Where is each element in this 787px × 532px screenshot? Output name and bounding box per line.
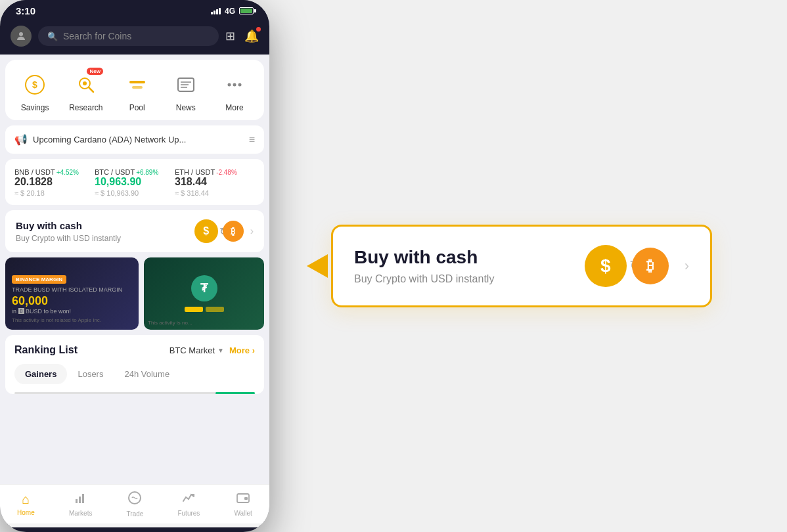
pool-label: Pool bbox=[129, 103, 145, 112]
buy-cash-card[interactable]: Buy with cash Buy Crypto with USD instan… bbox=[5, 210, 264, 252]
list-icon: ≡ bbox=[249, 134, 255, 146]
bnb-change: +4.52% bbox=[56, 169, 79, 176]
research-label: Research bbox=[69, 103, 102, 112]
top-bar-icons: ⊞ 🔔 bbox=[225, 29, 259, 43]
quick-nav-card: $ Savings New Research Pool bbox=[5, 60, 264, 120]
eth-usd: ≈ $ 318.44 bbox=[175, 189, 255, 197]
arrow-connector bbox=[307, 254, 328, 278]
ranking-header: Ranking List BTC Market ▼ More › bbox=[14, 344, 255, 356]
callout-coin-icons: $ ↻ ₿ bbox=[585, 245, 669, 287]
buy-cash-text: Buy with cash Buy Crypto with USD instan… bbox=[16, 220, 188, 243]
more-label: More bbox=[225, 103, 243, 112]
callout-text: Buy with cash Buy Crypto with USD instan… bbox=[354, 247, 569, 285]
bell-icon[interactable]: 🔔 bbox=[244, 30, 259, 43]
scan-icon[interactable]: ⊞ bbox=[225, 29, 235, 43]
search-input[interactable]: Search for Coins bbox=[63, 31, 131, 41]
svg-point-13 bbox=[233, 83, 236, 87]
banner-sub: TRADE BUSD WITH ISOLATED MARGIN bbox=[12, 286, 132, 293]
phone-shell: 3:10 4G 🔍 Search for Coins bbox=[0, 0, 269, 532]
arrow-triangle-icon bbox=[307, 254, 328, 278]
network-label: 4G bbox=[225, 7, 235, 16]
news-icon bbox=[171, 70, 200, 99]
nav-item-pool[interactable]: Pool bbox=[123, 70, 152, 112]
svg-point-0 bbox=[19, 32, 23, 36]
eth-value: 318.44 bbox=[175, 176, 255, 188]
top-bar: 🔍 Search for Coins ⊞ 🔔 bbox=[0, 19, 269, 55]
tether-icon: ₮ bbox=[191, 275, 217, 301]
callout-card[interactable]: Buy with cash Buy Crypto with USD instan… bbox=[331, 225, 712, 307]
main-content: $ Savings New Research Pool bbox=[0, 55, 269, 484]
ranking-tabs: Gainers Losers 24h Volume bbox=[14, 364, 255, 384]
price-item-btc[interactable]: BTC / USDT +6.89% 10,963.90 ≈ $ 10,963.9… bbox=[95, 168, 175, 197]
nav-item-savings[interactable]: $ Savings bbox=[20, 70, 49, 112]
bnb-usd: ≈ $ 20.18 bbox=[14, 189, 95, 197]
dropdown-arrow-icon: ▼ bbox=[217, 347, 224, 354]
filter-label: BTC Market bbox=[169, 345, 215, 355]
status-icons: 4G bbox=[211, 7, 254, 16]
eth-pair: ETH / USDT bbox=[175, 168, 215, 176]
trade-icon bbox=[127, 491, 142, 508]
banner-row: BINANCE MARGIN TRADE BUSD WITH ISOLATED … bbox=[5, 257, 264, 330]
tab-24h-volume[interactable]: 24h Volume bbox=[114, 364, 180, 384]
bnb-pair: BNB / USDT bbox=[14, 168, 55, 176]
status-time: 3:10 bbox=[16, 5, 35, 16]
banner-amount: 60,000 bbox=[12, 294, 132, 308]
bottom-nav-wallet[interactable]: Wallet bbox=[229, 489, 257, 520]
tab-losers[interactable]: Losers bbox=[67, 364, 114, 384]
callout-btc-icon: ₿ bbox=[632, 248, 669, 284]
ranking-filter[interactable]: BTC Market ▼ bbox=[169, 345, 224, 355]
status-bar: 3:10 4G bbox=[0, 0, 269, 19]
bottom-nav-futures[interactable]: Futures bbox=[172, 489, 205, 520]
banner-tether[interactable]: ₮ This activity is no... bbox=[144, 257, 264, 330]
svg-line-4 bbox=[89, 87, 93, 92]
price-item-eth[interactable]: ETH / USDT -2.48% 318.44 ≈ $ 318.44 bbox=[175, 168, 255, 197]
bnb-value: 20.1828 bbox=[14, 176, 95, 188]
btc-coin-icon: ₿ bbox=[223, 221, 244, 242]
btc-value: 10,963.90 bbox=[95, 176, 175, 188]
signal-bars-icon bbox=[211, 8, 221, 14]
nav-item-news[interactable]: News bbox=[171, 70, 200, 112]
home-label: Home bbox=[17, 509, 35, 516]
callout-subtitle: Buy Crypto with USD instantly bbox=[354, 273, 569, 285]
ranking-more[interactable]: More › bbox=[229, 345, 255, 355]
avatar[interactable] bbox=[11, 26, 32, 47]
callout-area: Buy with cash Buy Crypto with USD instan… bbox=[269, 225, 787, 307]
nav-item-research[interactable]: New Research bbox=[69, 70, 102, 112]
svg-rect-7 bbox=[132, 86, 143, 89]
futures-icon bbox=[182, 491, 195, 508]
app-content: 🔍 Search for Coins ⊞ 🔔 $ Savings bbox=[0, 19, 269, 527]
svg-text:$: $ bbox=[32, 79, 37, 90]
chevron-right-icon: › bbox=[250, 225, 254, 237]
tether-coins: ₮ bbox=[185, 275, 224, 312]
more-icon bbox=[220, 70, 249, 99]
bottom-nav-home[interactable]: ⌂ Home bbox=[12, 489, 40, 519]
tab-gainers[interactable]: Gainers bbox=[14, 364, 67, 384]
bottom-nav-trade[interactable]: Trade bbox=[122, 488, 149, 520]
price-item-bnb[interactable]: BNB / USDT +4.52% 20.1828 ≈ $ 20.18 bbox=[14, 168, 95, 197]
bottom-nav-markets[interactable]: Markets bbox=[64, 489, 98, 520]
news-label: News bbox=[176, 103, 196, 112]
svg-rect-17 bbox=[82, 494, 84, 503]
svg-point-12 bbox=[227, 83, 231, 87]
banner-unit: in 🅱 BUSD to be won! bbox=[12, 308, 132, 315]
megaphone-icon: 📢 bbox=[14, 133, 28, 146]
search-bar[interactable]: 🔍 Search for Coins bbox=[38, 26, 219, 46]
svg-point-5 bbox=[83, 81, 87, 85]
svg-rect-15 bbox=[76, 499, 78, 503]
research-icon: New bbox=[72, 70, 101, 99]
futures-label: Futures bbox=[177, 510, 200, 517]
announcement-bar[interactable]: 📢 Upcoming Cardano (ADA) Network Up... ≡ bbox=[5, 125, 264, 154]
scroll-thumb bbox=[215, 392, 255, 394]
svg-rect-16 bbox=[79, 497, 81, 503]
callout-chevron-icon: › bbox=[685, 257, 689, 275]
banner-margin[interactable]: BINANCE MARGIN TRADE BUSD WITH ISOLATED … bbox=[5, 257, 139, 330]
banner-tag: BINANCE MARGIN bbox=[12, 275, 66, 284]
nav-item-more[interactable]: More bbox=[220, 70, 249, 112]
svg-point-14 bbox=[238, 83, 241, 87]
notification-icon-wrap[interactable]: 🔔 bbox=[244, 29, 259, 43]
announcement-text: Upcoming Cardano (ADA) Network Up... bbox=[33, 135, 244, 144]
notification-dot bbox=[256, 27, 261, 32]
btc-pair: BTC / USDT bbox=[95, 168, 135, 176]
btc-usd: ≈ $ 10,963.90 bbox=[95, 189, 175, 197]
bottom-nav: ⌂ Home Markets Trade Futures bbox=[0, 484, 269, 523]
